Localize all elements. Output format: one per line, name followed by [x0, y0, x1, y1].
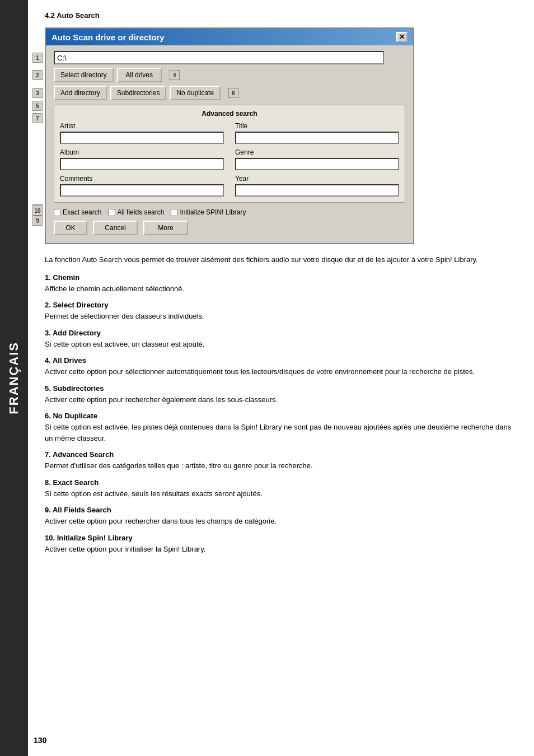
section-7: 7. Advanced Search Permet d'utiliser des…	[45, 450, 517, 472]
section-title-1: 1. Chemin	[45, 273, 517, 282]
title-input[interactable]	[235, 132, 399, 144]
close-button[interactable]: ✕	[396, 32, 407, 42]
ok-row: OK Cancel More	[54, 221, 405, 235]
artist-field-group: Artist	[60, 122, 224, 144]
comments-input[interactable]	[60, 184, 224, 197]
badge-7: 7	[32, 113, 43, 123]
initialize-spin-library-checkbox-label[interactable]: Initialize SPIN! Library	[171, 208, 246, 216]
section-heading: 4.2 Auto Search	[45, 11, 517, 20]
artist-label: Artist	[60, 122, 224, 130]
section-1: 1. Chemin Affiche le chemin actuellement…	[45, 273, 517, 295]
section-text-1: Affiche le chemin actuellement sélection…	[45, 283, 517, 295]
description-intro: La fonction Auto Search vous permet de t…	[45, 254, 517, 265]
numbered-sections: 1. Chemin Affiche le chemin actuellement…	[45, 273, 517, 555]
section-title-4: 4. All Drives	[45, 356, 517, 365]
all-fields-search-checkbox-label[interactable]: All fields search	[108, 208, 164, 216]
advanced-search-section: Advanced search Artist Title Album	[54, 105, 405, 203]
section-text-7: Permet d'utiliser des catégories telles …	[45, 460, 517, 472]
more-button[interactable]: More	[143, 221, 188, 235]
select-directory-button[interactable]: Select directory	[54, 68, 114, 82]
section-text-4: Activer cette option pour sélectionner a…	[45, 366, 517, 377]
section-title-10: 10. Initialize Spin! Library	[45, 534, 517, 542]
section-9: 9. All Fields Search Activer cette optio…	[45, 506, 517, 527]
album-input[interactable]	[60, 158, 224, 170]
year-input[interactable]	[235, 184, 399, 197]
section-8: 8. Exact Search Si cette option est acti…	[45, 478, 517, 500]
section-text-8: Si cette option est activée, seuls les r…	[45, 488, 517, 500]
section-10: 10. Initialize Spin! Library Activer cet…	[45, 534, 517, 555]
badge-10: 10	[32, 206, 43, 216]
initialize-spin-library-label: Initialize SPIN! Library	[180, 208, 246, 216]
main-content: 4.2 Auto Search Auto Scan drive or direc…	[34, 0, 534, 578]
section-text-2: Permet de sélectionner des classeurs ind…	[45, 311, 517, 322]
comments-label: Comments	[60, 175, 224, 183]
year-label: Year	[235, 175, 399, 183]
genre-label: Genre	[235, 148, 399, 156]
section-title-7: 7. Advanced Search	[45, 450, 517, 459]
dialog-body: 1 2 Select directory All drives 4 3 Add …	[46, 45, 413, 243]
badge-5: 5	[32, 101, 43, 111]
section-title-5: 5. Subdirectories	[45, 384, 517, 393]
badge-1: 1	[32, 53, 43, 63]
page-number: 130	[34, 736, 46, 745]
add-directory-row: 3 Add directory Subdirectories No duplic…	[54, 86, 405, 100]
comments-field-group: Comments	[60, 175, 224, 197]
dialog-title: Auto Scan drive or directory	[51, 32, 165, 42]
exact-search-label: Exact search	[63, 208, 101, 216]
album-label: Album	[60, 148, 224, 156]
ok-button[interactable]: OK	[54, 221, 87, 235]
exact-search-checkbox[interactable]	[54, 209, 61, 216]
section-title-2: 2. Select Directory	[45, 301, 517, 309]
all-fields-search-checkbox[interactable]	[108, 209, 115, 216]
section-title-3: 3. Add Directory	[45, 329, 517, 337]
badge-9: 9	[32, 216, 43, 226]
artist-input[interactable]	[60, 132, 224, 144]
genre-input[interactable]	[235, 158, 399, 170]
all-drives-button[interactable]: All drives	[117, 68, 162, 82]
auto-scan-dialog: Auto Scan drive or directory ✕ 1 2 Selec…	[45, 27, 414, 244]
section-text-3: Si cette option est activée, un classeur…	[45, 339, 517, 350]
album-field-group: Album	[60, 148, 224, 170]
no-duplicate-button[interactable]: No duplicate	[170, 86, 221, 100]
path-row: 1	[54, 51, 405, 64]
search-fields-grid: Artist Title Album Genre	[60, 122, 399, 197]
section-4: 4. All Drives Activer cette option pour …	[45, 356, 517, 377]
all-fields-search-label: All fields search	[117, 208, 164, 216]
year-field-group: Year	[235, 175, 399, 197]
exact-search-checkbox-label[interactable]: Exact search	[54, 208, 101, 216]
select-directory-row: 2 Select directory All drives 4	[54, 68, 405, 82]
title-field-group: Title	[235, 122, 399, 144]
sidebar-label: FRANÇAIS	[7, 342, 21, 414]
dialog-titlebar: Auto Scan drive or directory ✕	[46, 29, 413, 45]
badge-3: 3	[32, 88, 43, 98]
badge-2: 2	[32, 70, 43, 80]
sidebar: FRANÇAIS	[0, 0, 28, 756]
path-input[interactable]	[54, 51, 384, 64]
title-label: Title	[235, 122, 399, 130]
section-text-6: Si cette option est activée, les pistes …	[45, 422, 517, 444]
section-5: 5. Subdirectories Activer cette option p…	[45, 384, 517, 405]
section-title-6: 6. No Duplicate	[45, 412, 517, 420]
section-text-5: Activer cette option pour rechercher éga…	[45, 394, 517, 405]
checkbox-row: Exact search All fields search Initializ…	[54, 208, 405, 216]
section-title-8: 8. Exact Search	[45, 478, 517, 487]
advanced-search-title: Advanced search	[60, 110, 399, 118]
section-text-9: Activer cette option pour rechercher dan…	[45, 516, 517, 527]
section-6: 6. No Duplicate Si cette option est acti…	[45, 412, 517, 444]
badge-4: 4	[170, 70, 180, 80]
cancel-button[interactable]: Cancel	[93, 221, 138, 235]
add-directory-button[interactable]: Add directory	[54, 86, 107, 100]
initialize-spin-library-checkbox[interactable]	[171, 209, 178, 216]
section-title-9: 9. All Fields Search	[45, 506, 517, 514]
subdirectories-button[interactable]: Subdirectories	[110, 86, 167, 100]
badge-6: 6	[228, 88, 238, 98]
section-2: 2. Select Directory Permet de sélectionn…	[45, 301, 517, 322]
section-3: 3. Add Directory Si cette option est act…	[45, 329, 517, 350]
genre-field-group: Genre	[235, 148, 399, 170]
section-text-10: Activer cette option pour initialiser la…	[45, 544, 517, 555]
